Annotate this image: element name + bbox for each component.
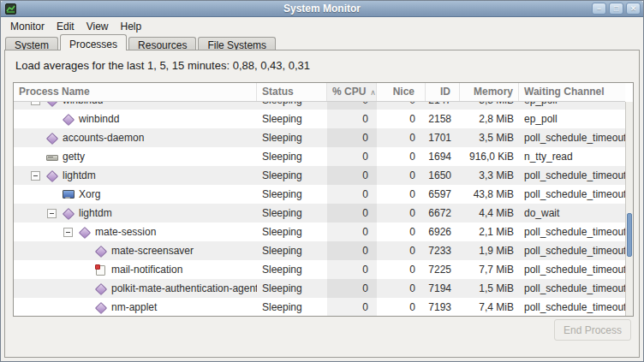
id-cell: 2158 [426,110,460,128]
status-cell: Sleeping [257,204,327,223]
status-cell: Sleeping [257,185,327,204]
column-header-memory[interactable]: Memory [460,83,519,101]
status-cell: Sleeping [257,298,327,316]
menu-item-monitor[interactable]: Monitor [4,19,51,34]
memory-cell: 7,7 MiB [460,260,519,279]
id-cell: 2147 [426,102,460,110]
expander-icon[interactable] [47,209,57,218]
memory-cell: 4,4 MiB [460,204,519,223]
status-cell: Sleeping [257,128,327,147]
system-monitor-window: System Monitor −□✕ MonitorEditViewHelp S… [0,0,644,362]
diamond-icon [62,207,74,219]
sort-ascending-icon: ∧ [370,88,376,97]
maximize-button[interactable]: □ [609,3,623,15]
memory-cell: 3,3 MiB [460,102,519,110]
close-button[interactable]: ✕ [626,3,641,15]
table-row[interactable]: Xorg Sleeping 0 0 6597 43,8 MiB poll_sch… [14,185,625,204]
memory-cell: 3,5 MiB [460,128,519,147]
memory-cell: 7,4 MiB [460,298,519,316]
cpu-cell: 0 [327,298,377,316]
minimize-button[interactable]: − [592,3,606,15]
column-header-status[interactable]: Status [257,83,327,101]
load-averages-text: Load averages for the last 1, 5, 15 minu… [15,59,310,72]
process-name-cell: nm-applet [14,298,257,316]
scrollbar-thumb[interactable] [627,213,632,257]
table-row[interactable]: accounts-daemon Sleeping 0 0 1701 3,5 Mi… [14,128,625,147]
end-process-button[interactable]: End Process [554,319,631,341]
terminal-icon [45,151,57,163]
process-name-cell: mate-session [14,223,257,241]
nice-cell: 0 [377,147,426,166]
waiting-channel-cell: poll_schedule_timeout [519,223,625,241]
diamond-icon [62,113,74,125]
table-row[interactable]: nm-applet Sleeping 0 0 7193 7,4 MiB poll… [14,298,625,316]
memory-cell: 2,8 MiB [460,110,519,128]
menu-item-help[interactable]: Help [115,19,148,34]
cpu-cell: 0 [327,166,377,185]
process-name: lightdm [63,166,96,185]
mail-icon [94,264,106,276]
menu-item-edit[interactable]: Edit [51,19,80,34]
nice-cell: 0 [377,110,426,128]
window-controls: −□✕ [592,3,641,15]
memory-cell: 43,8 MiB [460,185,519,204]
status-cell: Sleeping [257,147,327,166]
process-name: lightdm [79,204,112,223]
title-bar[interactable]: System Monitor −□✕ [1,1,643,17]
menu-item-view[interactable]: View [80,19,115,34]
process-name: mail-notification [111,260,182,279]
id-cell: 7233 [426,241,460,260]
table-row[interactable]: mate-screensaver Sleeping 0 0 7233 1,9 M… [14,241,625,260]
table-row[interactable]: mail-notification Sleeping 0 0 7225 7,7 … [14,260,625,279]
table-row[interactable]: getty Sleeping 0 0 1694 916,0 KiB n_tty_… [14,147,625,166]
tab-processes[interactable]: Processes [60,34,127,50]
expander-icon[interactable] [31,102,40,105]
id-cell: 1694 [426,147,460,166]
process-name: Xorg [79,185,100,204]
nice-cell: 0 [377,223,426,241]
expander-icon[interactable] [31,171,40,181]
column-header-process-name[interactable]: Process Name [14,83,257,101]
table-row[interactable]: winbindd Sleeping 0 0 2147 3,3 MiB ep_po… [14,102,625,110]
diamond-icon [94,282,106,294]
waiting-channel-cell: ep_poll [519,110,625,128]
id-cell: 6597 [426,185,460,204]
table-row[interactable]: lightdm Sleeping 0 0 6672 4,4 MiB do_wai… [14,204,625,223]
table-row[interactable]: winbindd Sleeping 0 0 2158 2,8 MiB ep_po… [14,110,625,128]
column-header-id[interactable]: ID [426,83,460,101]
nice-cell: 0 [377,102,426,110]
id-cell: 1650 [426,166,460,185]
process-name: polkit-mate-authentication-agent-1 [111,279,257,298]
column-header-waiting-channel[interactable]: Waiting Channel [519,83,625,101]
status-cell: Sleeping [257,260,327,279]
cpu-cell: 0 [327,102,377,110]
nice-cell: 0 [377,298,426,316]
column-header--cpu[interactable]: % CPU∧ [327,83,377,101]
process-name: winbindd [79,110,119,128]
waiting-channel-cell: ep_poll [519,102,625,110]
nice-cell: 0 [377,204,426,223]
waiting-channel-cell: poll_schedule_timeout [519,279,625,298]
tab-system[interactable]: System [5,37,58,50]
table-row[interactable]: polkit-mate-authentication-agent-1 Sleep… [14,279,625,298]
column-header-nice[interactable]: Nice [377,83,426,101]
cpu-cell: 0 [327,279,377,298]
memory-cell: 916,0 KiB [460,147,519,166]
expander-icon[interactable] [63,228,73,237]
tab-resources[interactable]: Resources [128,37,196,50]
memory-cell: 3,3 MiB [460,166,519,185]
monitor-icon [62,188,74,200]
status-cell: Sleeping [257,223,327,241]
vertical-scrollbar[interactable] [625,102,633,316]
table-row[interactable]: lightdm Sleeping 0 0 1650 3,3 MiB poll_s… [14,166,625,185]
id-cell: 1701 [426,128,460,147]
cpu-cell: 0 [327,128,377,147]
tab-file-systems[interactable]: File Systems [198,37,276,50]
cpu-cell: 0 [327,204,377,223]
memory-cell: 1,5 MiB [460,279,519,298]
table-row[interactable]: mate-session Sleeping 0 0 6926 2,1 MiB p… [14,223,625,241]
processes-panel: Load averages for the last 1, 5, 15 minu… [4,50,640,358]
table-body: winbindd Sleeping 0 0 2147 3,3 MiB ep_po… [14,102,625,316]
waiting-channel-cell: poll_schedule_timeout [519,185,625,204]
memory-cell: 2,1 MiB [460,223,519,241]
